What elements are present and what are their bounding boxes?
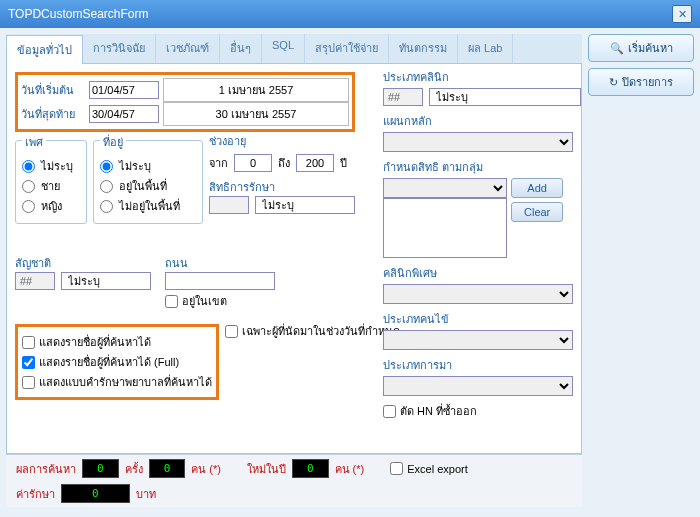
- main-dept-label: แผนกหลัก: [383, 112, 573, 130]
- result-label: ผลการค้นหา: [16, 460, 76, 478]
- nat-text-input[interactable]: [61, 272, 151, 290]
- window-close-button[interactable]: ✕: [672, 5, 692, 23]
- special-clinic-label: คลินิกพิเศษ: [383, 264, 573, 282]
- age-title: ช่วงอายุ: [209, 132, 246, 150]
- tab-strip: ข้อมูลทั่วไป การวินิจฉัย เวชภัณฑ์ อื่นๆ …: [6, 34, 582, 64]
- clinic-code-input[interactable]: [383, 88, 423, 106]
- binoculars-icon: 🔍: [610, 42, 624, 55]
- gender-none-radio[interactable]: [22, 160, 35, 173]
- gender-female-radio[interactable]: [22, 200, 35, 213]
- end-date-input[interactable]: [89, 105, 159, 123]
- main-dept-combo[interactable]: [383, 132, 573, 152]
- location-title: ที่อยู่: [100, 133, 126, 151]
- end-date-text: 30 เมษายน 2557: [163, 102, 349, 126]
- show-list-checkbox[interactable]: [22, 336, 35, 349]
- window-title: TOPDCustomSearchForm: [8, 7, 148, 21]
- clinic-type-label: ประเภทคลินิก: [383, 68, 573, 86]
- gender-male-radio[interactable]: [22, 180, 35, 193]
- start-search-button[interactable]: 🔍 เริ่มค้นหา: [588, 34, 694, 62]
- people-counter: 0: [149, 459, 186, 478]
- location-group: ที่อยู่ ไม่ระบุ อยู่ในพื้นที่ ไม่อยู่ในพ…: [93, 140, 203, 224]
- insurance-label: สิทธิการรักษา: [209, 178, 275, 196]
- age-to-input[interactable]: [296, 154, 334, 172]
- start-date-text: 1 เมษายน 2557: [163, 78, 349, 102]
- rights-group-label: กำหนดสิทธิ ตามกลุ่ม: [383, 158, 573, 176]
- new-counter: 0: [292, 459, 329, 478]
- cost-counter: 0: [61, 484, 130, 503]
- user-type-combo[interactable]: [383, 330, 573, 350]
- show-list-full-checkbox[interactable]: [22, 356, 35, 369]
- date-range-box: วันที่เริ่มต้น 1 เมษายน 2557 วันที่สุดท้…: [15, 72, 355, 132]
- display-options-box: แสดงรายชื่อผู้ที่ค้นหาได้ แสดงรายชื่อผู้…: [15, 324, 219, 400]
- loc-out-radio[interactable]: [100, 200, 113, 213]
- nationality-label: สัญชาติ: [15, 254, 51, 272]
- loc-none-radio[interactable]: [100, 160, 113, 173]
- tab-sql[interactable]: SQL: [262, 34, 305, 63]
- rights-combo[interactable]: [383, 178, 507, 198]
- add-button[interactable]: Add: [511, 178, 563, 198]
- age-from-input[interactable]: [234, 154, 272, 172]
- tab-summary[interactable]: สรุปค่าใช้จ่าย: [305, 34, 389, 63]
- clinic-text-input[interactable]: [429, 88, 581, 106]
- tab-pharmacy[interactable]: เวชภัณฑ์: [156, 34, 220, 63]
- result-counter: 0: [82, 459, 119, 478]
- rights-listbox[interactable]: [383, 198, 507, 258]
- status-bar: ผลการค้นหา 0 ครั้ง 0 คน (*) ใหม่ในปี 0 ค…: [6, 454, 582, 507]
- tab-other[interactable]: อื่นๆ: [220, 34, 262, 63]
- tab-diagnosis[interactable]: การวินิจฉัย: [83, 34, 156, 63]
- refresh-icon: ↻: [609, 76, 618, 89]
- excel-export-checkbox[interactable]: [390, 462, 403, 475]
- insurance-code-input[interactable]: [209, 196, 249, 214]
- end-date-label: วันที่สุดท้าย: [21, 105, 89, 123]
- loc-in-radio[interactable]: [100, 180, 113, 193]
- general-panel: วันที่เริ่มต้น 1 เมษายน 2557 วันที่สุดท้…: [6, 64, 582, 454]
- tab-dental[interactable]: ทันตกรรม: [389, 34, 458, 63]
- tab-general[interactable]: ข้อมูลทั่วไป: [6, 35, 83, 64]
- road-label: ถนน: [165, 254, 188, 272]
- title-bar: TOPDCustomSearchForm ✕: [0, 0, 700, 28]
- in-area-checkbox[interactable]: [165, 295, 178, 308]
- start-date-label: วันที่เริ่มต้น: [21, 81, 89, 99]
- gender-group: เพศ ไม่ระบุ ชาย หญิง: [15, 140, 87, 224]
- clear-button[interactable]: Clear: [511, 202, 563, 222]
- start-date-input[interactable]: [89, 81, 159, 99]
- only-appointed-checkbox[interactable]: [225, 325, 238, 338]
- show-treatment-checkbox[interactable]: [22, 376, 35, 389]
- insurance-text-input[interactable]: [255, 196, 355, 214]
- tab-lab[interactable]: ผล Lab: [458, 34, 513, 63]
- user-type-label: ประเภทคนไข้: [383, 310, 573, 328]
- cut-hn-checkbox[interactable]: [383, 405, 396, 418]
- visit-type-combo[interactable]: [383, 376, 573, 396]
- special-clinic-combo[interactable]: [383, 284, 573, 304]
- gender-title: เพศ: [22, 133, 46, 151]
- visit-type-label: ประเภทการมา: [383, 356, 573, 374]
- nat-code-input[interactable]: [15, 272, 55, 290]
- close-list-button[interactable]: ↻ ปิดรายการ: [588, 68, 694, 96]
- road-input[interactable]: [165, 272, 275, 290]
